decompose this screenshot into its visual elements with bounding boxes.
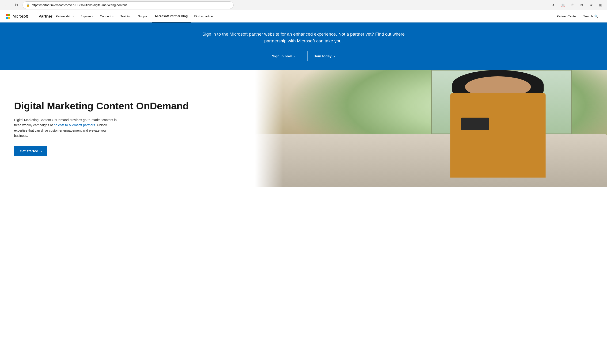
- hero-description: Digital Marketing Content OnDemand provi…: [14, 117, 117, 138]
- get-started-chevron: ›: [41, 149, 42, 153]
- banner-text: Sign in to the Microsoft partner website…: [198, 31, 409, 44]
- browser-actions: 𝐀 📖 ☆ ⧉ ★ ⊞: [550, 1, 604, 9]
- connect-chevron: ∨: [112, 15, 114, 18]
- browser-chrome: ← ↻ 🔒 https://partner.microsoft.com/en-U…: [0, 0, 607, 10]
- logo-blue: [6, 17, 8, 19]
- nav-find-partner[interactable]: Find a partner: [191, 10, 217, 23]
- phone-prop: [461, 117, 489, 130]
- back-button[interactable]: ←: [3, 1, 10, 9]
- banner-buttons: Sign in now › Join today ›: [5, 51, 602, 61]
- nav-divider: [35, 13, 35, 19]
- search-label: Search: [583, 14, 593, 18]
- search-button[interactable]: Search 🔍: [580, 10, 601, 23]
- nav-training[interactable]: Training: [117, 10, 134, 23]
- woman-figure: [406, 72, 589, 178]
- nav-partner-center[interactable]: Partner Center: [553, 10, 580, 23]
- nav-right: Partner Center Search 🔍: [553, 10, 601, 23]
- hero-content: Digital Marketing Content OnDemand Digit…: [0, 70, 255, 187]
- hero-image-area: [255, 70, 607, 187]
- nav-support[interactable]: Support: [135, 10, 152, 23]
- lock-icon: 🔒: [26, 3, 30, 7]
- site-navigation: Microsoft Partner Partnership ∨ Explore …: [0, 10, 607, 23]
- explore-chevron: ∨: [92, 15, 93, 18]
- hero-title: Digital Marketing Content OnDemand: [14, 101, 246, 112]
- hero-desc-highlight: no cost to Microsoft partners: [54, 123, 95, 127]
- address-bar[interactable]: 🔒 https://partner.microsoft.com/en-US/so…: [23, 1, 234, 9]
- sign-in-chevron: ›: [294, 54, 295, 58]
- url-text: https://partner.microsoft.com/en-US/solu…: [32, 3, 230, 7]
- read-aloud-button[interactable]: 𝐀: [550, 1, 557, 9]
- nav-logo[interactable]: Microsoft: [6, 14, 28, 19]
- hero-section: Digital Marketing Content OnDemand Digit…: [0, 70, 607, 187]
- refresh-button[interactable]: ↻: [13, 1, 20, 9]
- favorites-list-button[interactable]: ★: [587, 1, 595, 9]
- logo-yellow: [8, 17, 10, 19]
- nav-brand: Partner: [39, 14, 53, 19]
- extensions-button[interactable]: ⊞: [597, 1, 604, 9]
- join-chevron: ›: [334, 54, 335, 58]
- sign-in-button[interactable]: Sign in now ›: [265, 51, 302, 61]
- favorites-button[interactable]: ☆: [568, 1, 576, 9]
- join-label: Join today: [314, 54, 332, 58]
- partnership-chevron: ∨: [72, 15, 74, 18]
- nav-connect[interactable]: Connect ∨: [97, 10, 117, 23]
- get-started-label: Get started: [20, 149, 38, 153]
- logo-green: [8, 14, 10, 16]
- logo-red: [6, 14, 8, 16]
- nav-explore[interactable]: Explore ∨: [77, 10, 97, 23]
- blue-banner: Sign in to the Microsoft partner website…: [0, 23, 607, 70]
- split-screen-button[interactable]: ⧉: [578, 1, 585, 9]
- sign-in-label: Sign in now: [272, 54, 291, 58]
- nav-partnership[interactable]: Partnership ∨: [52, 10, 77, 23]
- join-today-button[interactable]: Join today ›: [307, 51, 342, 61]
- search-icon: 🔍: [594, 14, 598, 18]
- microsoft-logo: [6, 14, 10, 19]
- get-started-button[interactable]: Get started ›: [14, 146, 47, 156]
- nav-links: Partnership ∨ Explore ∨ Connect ∨ Traini…: [52, 10, 553, 23]
- hero-gradient-overlay: [255, 70, 283, 187]
- nav-partner-blog[interactable]: Microsoft Partner blog: [152, 10, 191, 23]
- immersive-reader-button[interactable]: 📖: [559, 1, 567, 9]
- woman-body: [450, 93, 546, 178]
- microsoft-label: Microsoft: [13, 14, 28, 18]
